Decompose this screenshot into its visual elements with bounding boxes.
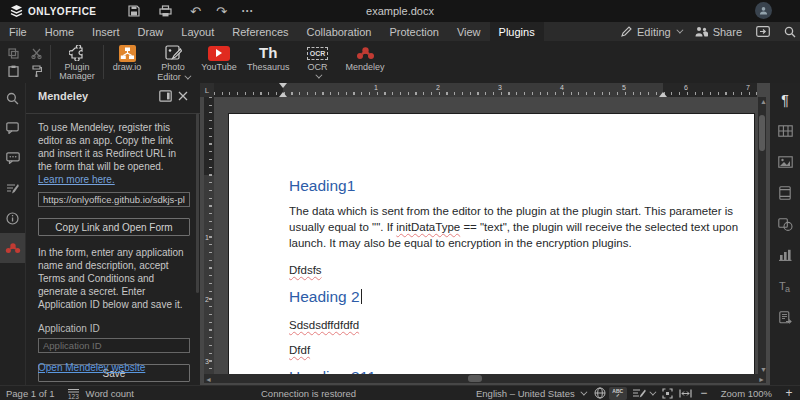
zoom-out-button[interactable]: − <box>695 387 713 400</box>
logo-text: ONLYOFFICE <box>28 6 97 17</box>
share-button[interactable]: Share <box>695 26 742 38</box>
rail-feedback-button[interactable] <box>0 173 25 203</box>
rail-comments-button[interactable] <box>0 113 25 143</box>
redirect-url-input[interactable] <box>38 192 190 207</box>
shape-icon <box>778 218 793 231</box>
tab-stop-selector[interactable]: L <box>200 83 214 97</box>
tab-protection[interactable]: Protection <box>380 22 448 41</box>
dock-panel-button[interactable] <box>156 87 174 105</box>
chevron-down-icon <box>184 73 191 80</box>
table-icon <box>778 125 793 137</box>
share-users-icon <box>695 26 708 37</box>
spell-checking-toggle[interactable]: ABC✓ <box>609 387 627 400</box>
scroll-right-arrow[interactable]: ► <box>758 375 765 384</box>
scroll-up-arrow[interactable]: ▲ <box>760 97 767 106</box>
open-file-location-button[interactable] <box>756 26 770 37</box>
youtube-button[interactable]: YouTube <box>196 41 242 83</box>
user-icon <box>759 6 768 15</box>
scroll-left-arrow[interactable]: ◄ <box>205 375 212 384</box>
header-footer-settings-button[interactable] <box>775 184 795 202</box>
editing-mode-selector[interactable]: Editing <box>621 26 681 38</box>
plugin-manager-button[interactable]: Plugin Manager <box>51 41 103 83</box>
text-art-settings-button[interactable]: T a <box>775 277 795 295</box>
table-settings-button[interactable] <box>775 122 795 140</box>
rail-search-button[interactable] <box>0 83 25 113</box>
heading-1: Heading1 <box>289 177 742 195</box>
svg-text:123: 123 <box>68 392 79 399</box>
vertical-scroll-thumb[interactable] <box>759 115 765 151</box>
misspelled-word: Dfdf <box>289 344 742 356</box>
rail-about-button[interactable] <box>0 203 25 233</box>
zoom-in-button[interactable]: + <box>780 387 798 400</box>
left-indent-marker[interactable] <box>279 92 287 97</box>
copy-button[interactable] <box>8 48 19 59</box>
application-id-input[interactable] <box>38 338 190 353</box>
user-avatar[interactable] <box>755 2 772 19</box>
chart-settings-button[interactable] <box>775 246 795 264</box>
tab-view[interactable]: View <box>448 22 490 41</box>
first-line-indent-marker[interactable] <box>279 83 287 88</box>
tab-plugins[interactable]: Plugins <box>490 22 544 41</box>
chevron-down-icon <box>649 388 656 395</box>
drawio-icon <box>119 44 136 62</box>
mail-merge-settings-button[interactable] <box>775 308 795 326</box>
close-panel-button[interactable] <box>174 87 192 105</box>
format-painter-button[interactable] <box>31 65 42 77</box>
learn-more-link[interactable]: Learn more here. <box>38 174 115 185</box>
quick-access-more-button[interactable]: ··· <box>235 2 261 20</box>
drawio-button[interactable]: draw.io <box>104 41 150 83</box>
undo-button[interactable]: ↶ <box>183 2 209 20</box>
document-page[interactable]: Heading1 The data which is sent from the… <box>228 113 755 374</box>
paragraph-settings-button[interactable]: ¶ <box>775 91 795 109</box>
image-settings-button[interactable] <box>775 153 795 171</box>
left-icon-rail <box>0 83 25 385</box>
mail-merge-icon <box>779 311 792 324</box>
photo-editor-button[interactable]: Photo Editor <box>150 41 196 83</box>
copy-icon <box>8 48 19 59</box>
vertical-scrollbar[interactable]: ▲ ▼ <box>758 97 766 374</box>
copy-link-open-form-button[interactable]: Copy Link and Open Form <box>38 218 190 236</box>
redo-button[interactable]: ↷ <box>209 2 235 20</box>
app-header: ONLYOFFICE ↶ ↷ ··· example.docx <box>0 0 800 22</box>
tab-file[interactable]: File <box>0 22 36 41</box>
mendeley-button[interactable]: Mendeley <box>341 41 390 83</box>
tab-insert[interactable]: Insert <box>83 22 129 41</box>
comments-icon <box>6 122 19 134</box>
shape-settings-button[interactable] <box>775 215 795 233</box>
tab-home[interactable]: Home <box>36 22 83 41</box>
misspelled-word: Dfdsfs <box>289 264 742 276</box>
fit-to-width-button[interactable] <box>677 387 695 400</box>
panel-scrollbar[interactable] <box>196 113 199 293</box>
rail-mendeley-button[interactable] <box>0 233 25 263</box>
rail-chat-button[interactable] <box>0 143 25 173</box>
info-icon <box>6 212 19 225</box>
save-button[interactable] <box>121 2 147 20</box>
language-selector[interactable]: English – United States <box>470 386 591 400</box>
right-settings-rail: ¶ T a <box>770 83 800 385</box>
save-icon <box>128 5 140 17</box>
fit-to-page-button[interactable] <box>659 387 677 400</box>
word-count-button[interactable]: 123 Word count <box>61 386 140 400</box>
right-indent-marker[interactable] <box>659 92 667 97</box>
horizontal-ruler: 1 2 3 4 5 6 7 <box>214 83 757 97</box>
open-mendeley-website-link[interactable]: Open Mendeley website <box>38 362 145 373</box>
chart-icon <box>778 249 792 261</box>
scissors-icon <box>31 48 43 59</box>
track-changes-button[interactable] <box>627 386 659 400</box>
chevron-down-icon <box>315 72 322 79</box>
paste-button[interactable] <box>8 65 19 77</box>
horizontal-scroll-thumb[interactable] <box>468 375 482 382</box>
search-button[interactable] <box>784 26 796 38</box>
horizontal-scrollbar[interactable]: ◄ ► <box>204 374 766 383</box>
body-paragraph: The data which is sent from the editor t… <box>289 203 751 251</box>
set-document-language-button[interactable] <box>591 387 609 400</box>
tab-layout[interactable]: Layout <box>172 22 223 41</box>
tab-draw[interactable]: Draw <box>129 22 173 41</box>
print-button[interactable] <box>153 2 179 20</box>
tab-references[interactable]: References <box>223 22 297 41</box>
thesaurus-button[interactable]: Th Thesaurus <box>242 41 295 83</box>
tab-collaboration[interactable]: Collaboration <box>298 22 381 41</box>
scroll-down-arrow[interactable]: ▼ <box>760 365 767 374</box>
cut-button[interactable] <box>31 48 43 59</box>
ocr-button[interactable]: OCR OCR <box>295 41 341 83</box>
